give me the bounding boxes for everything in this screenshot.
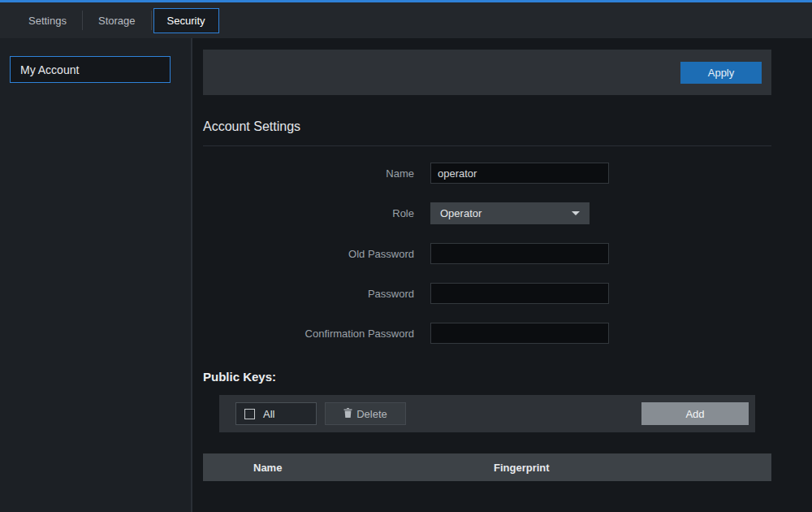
public-keys-toolbar: All Delete Add bbox=[219, 395, 755, 432]
sidebar-item-my-account[interactable]: My Account bbox=[10, 56, 171, 83]
select-all-button[interactable]: All bbox=[235, 402, 317, 425]
public-keys-title: Public Keys: bbox=[203, 370, 771, 384]
content-area: My Account Apply Account Settings Name R… bbox=[0, 38, 812, 512]
form-row-password: Password bbox=[203, 283, 771, 304]
tab-storage[interactable]: Storage bbox=[84, 8, 149, 33]
sidebar-item-label: My Account bbox=[20, 63, 79, 76]
role-select-value: Operator bbox=[440, 207, 482, 219]
add-button[interactable]: Add bbox=[641, 402, 749, 425]
form-row-name: Name bbox=[203, 163, 771, 184]
old-password-label: Old Password bbox=[203, 248, 430, 260]
password-input[interactable] bbox=[430, 283, 609, 304]
column-header-fingerprint: Fingerprint bbox=[494, 462, 550, 474]
main-content: Apply Account Settings Name Role Operato… bbox=[192, 38, 812, 512]
tab-divider bbox=[151, 11, 152, 30]
tab-settings[interactable]: Settings bbox=[15, 8, 80, 33]
role-label: Role bbox=[203, 207, 430, 219]
chevron-down-icon bbox=[572, 211, 580, 215]
form-row-role: Role Operator bbox=[203, 202, 771, 224]
account-settings-form: Name Role Operator Old Password Password bbox=[203, 163, 771, 344]
delete-button[interactable]: Delete bbox=[325, 402, 406, 425]
apply-button[interactable]: Apply bbox=[680, 62, 762, 84]
public-keys-table-header: Name Fingerprint bbox=[203, 453, 771, 481]
confirmation-password-label: Confirmation Password bbox=[203, 328, 430, 340]
role-select[interactable]: Operator bbox=[430, 202, 590, 224]
checkbox-icon[interactable] bbox=[244, 409, 255, 419]
password-label: Password bbox=[203, 288, 430, 300]
tab-security-label: Security bbox=[167, 15, 205, 27]
name-label: Name bbox=[203, 167, 430, 180]
column-header-name: Name bbox=[253, 462, 494, 474]
select-all-label: All bbox=[263, 408, 274, 420]
confirmation-password-input[interactable] bbox=[430, 323, 609, 344]
tab-divider bbox=[82, 11, 83, 30]
top-navigation: Settings Storage Security bbox=[0, 0, 812, 38]
tab-storage-label: Storage bbox=[98, 15, 136, 27]
trash-icon bbox=[343, 408, 352, 420]
sidebar: My Account bbox=[0, 38, 192, 512]
form-row-confirmation-password: Confirmation Password bbox=[203, 323, 771, 344]
action-bar: Apply bbox=[203, 50, 771, 95]
old-password-input[interactable] bbox=[430, 243, 609, 264]
tab-security[interactable]: Security bbox=[153, 8, 219, 33]
name-input[interactable] bbox=[430, 163, 609, 184]
form-row-old-password: Old Password bbox=[203, 243, 771, 264]
page-title: Account Settings bbox=[203, 119, 771, 146]
app-window: Settings Storage Security My Account App… bbox=[0, 0, 812, 512]
delete-label: Delete bbox=[356, 408, 387, 420]
tab-settings-label: Settings bbox=[28, 15, 67, 27]
